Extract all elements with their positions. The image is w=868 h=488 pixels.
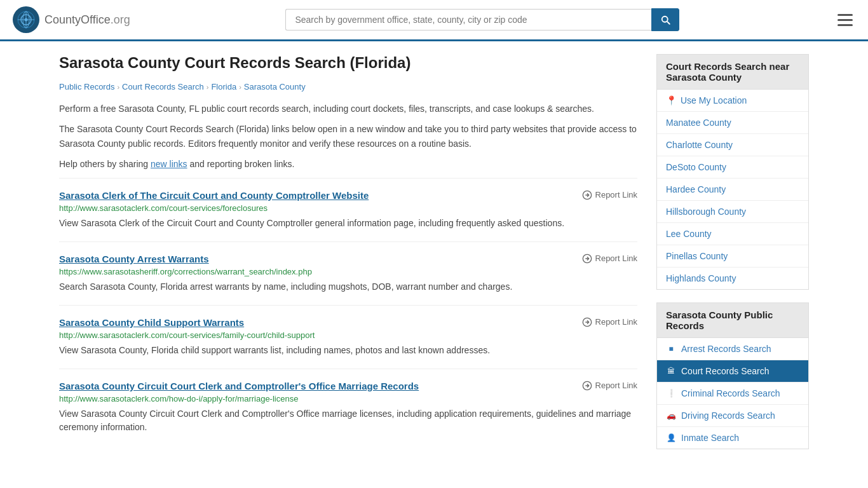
results-list: Sarasota Clerk of The Circuit Court and …: [59, 178, 637, 445]
result-item: Sarasota County Circuit Court Clerk and …: [59, 369, 637, 445]
new-links-link[interactable]: new links: [151, 159, 187, 169]
content-area: Sarasota County Court Records Search (Fl…: [59, 54, 637, 462]
result-url-3: http://www.sarasotaclerk.com/court-servi…: [59, 330, 637, 340]
breadcrumb-court-records[interactable]: Court Records Search: [122, 82, 204, 92]
list-item[interactable]: Hillsborough County: [657, 201, 808, 223]
result-item: Sarasota County Arrest Warrants Report L…: [59, 241, 637, 305]
sidebar: Court Records Search near Sarasota Count…: [656, 54, 809, 462]
svg-point-5: [25, 18, 28, 22]
use-location-link[interactable]: 📍 Use My Location: [657, 90, 808, 111]
search-icon: [660, 14, 671, 25]
pin-icon: 📍: [666, 95, 677, 105]
report-link-4[interactable]: Report Link: [582, 381, 637, 391]
search-area: [285, 8, 679, 31]
menu-button[interactable]: [835, 11, 855, 29]
public-records-title: Sarasota County Public Records: [657, 303, 808, 338]
list-item[interactable]: Highlands County: [657, 268, 808, 289]
result-title-3[interactable]: Sarasota County Child Support Warrants: [59, 317, 244, 328]
list-item[interactable]: Manatee County: [657, 112, 808, 134]
list-item[interactable]: Hardee County: [657, 179, 808, 201]
breadcrumb-florida[interactable]: Florida: [211, 82, 236, 92]
inmate-icon: 👤: [666, 433, 676, 443]
list-item[interactable]: Lee County: [657, 223, 808, 245]
nearby-title: Court Records Search near Sarasota Count…: [657, 55, 808, 90]
public-records-list: ■ Arrest Records Search 🏛 Court Records …: [657, 338, 808, 449]
list-item[interactable]: Pinellas County: [657, 245, 808, 268]
logo-icon: [13, 6, 39, 33]
report-link-3[interactable]: Report Link: [582, 317, 637, 327]
arrest-icon: ■: [666, 344, 676, 354]
result-desc-4: View Sarasota County Circuit Court Clerk…: [59, 407, 637, 434]
breadcrumb: Public Records › Court Records Search › …: [59, 82, 637, 92]
county-link-hardee[interactable]: Hardee County: [657, 179, 808, 200]
result-title-1[interactable]: Sarasota Clerk of The Circuit Court and …: [59, 190, 369, 201]
county-link-charlotte[interactable]: Charlotte County: [657, 134, 808, 156]
report-icon: [582, 381, 592, 391]
county-link-lee[interactable]: Lee County: [657, 223, 808, 245]
report-icon: [582, 317, 592, 327]
breadcrumb-public-records[interactable]: Public Records: [59, 82, 114, 92]
search-input[interactable]: [285, 9, 651, 30]
driving-icon: 🚗: [666, 410, 676, 421]
result-desc-1: View Sarasota Clerk of the Circuit Court…: [59, 217, 637, 230]
arrest-records-link[interactable]: ■ Arrest Records Search: [657, 338, 808, 360]
breadcrumb-sarasota-county[interactable]: Sarasota County: [244, 82, 306, 92]
pub-rec-item-arrest[interactable]: ■ Arrest Records Search: [657, 338, 808, 360]
pub-rec-item-inmate[interactable]: 👤 Inmate Search: [657, 427, 808, 449]
hamburger-line: [837, 24, 853, 26]
county-link-pinellas[interactable]: Pinellas County: [657, 245, 808, 267]
criminal-icon: ❕: [666, 388, 676, 398]
result-item: Sarasota County Child Support Warrants R…: [59, 305, 637, 369]
description-1: Perform a free Sarasota County, FL publi…: [59, 102, 637, 116]
list-item[interactable]: Charlotte County: [657, 134, 808, 156]
pub-rec-item-driving[interactable]: 🚗 Driving Records Search: [657, 405, 808, 427]
result-item: Sarasota Clerk of The Circuit Court and …: [59, 178, 637, 241]
list-item[interactable]: DeSoto County: [657, 156, 808, 179]
hamburger-line: [837, 19, 853, 21]
hamburger-line: [837, 14, 853, 16]
nearby-list: 📍 Use My Location Manatee County Charlot…: [657, 90, 808, 289]
description-2: The Sarasota County Court Records Search…: [59, 122, 637, 151]
inmate-search-link[interactable]: 👤 Inmate Search: [657, 427, 808, 449]
result-desc-2: Search Sarasota County, Florida arrest w…: [59, 280, 637, 294]
nearby-box: Court Records Search near Sarasota Count…: [656, 54, 809, 290]
main-container: Sarasota County Court Records Search (Fl…: [46, 41, 822, 475]
description-3: Help others by sharing new links and rep…: [59, 157, 637, 171]
result-url-2: https://www.sarasotasheriff.org/correcti…: [59, 267, 637, 276]
result-url-4: http://www.sarasotaclerk.com/how-do-i/ap…: [59, 394, 637, 403]
result-url-1: http://www.sarasotaclerk.com/court-servi…: [59, 203, 637, 213]
criminal-records-link[interactable]: ❕ Criminal Records Search: [657, 383, 808, 404]
result-title-4[interactable]: Sarasota County Circuit Court Clerk and …: [59, 381, 419, 391]
search-button[interactable]: [651, 8, 679, 31]
page-title: Sarasota County Court Records Search (Fl…: [59, 54, 637, 72]
report-link-1[interactable]: Report Link: [582, 190, 637, 200]
pub-rec-item-criminal[interactable]: ❕ Criminal Records Search: [657, 383, 808, 405]
public-records-box: Sarasota County Public Records ■ Arrest …: [656, 302, 809, 449]
report-icon: [582, 254, 592, 264]
use-location-item[interactable]: 📍 Use My Location: [657, 90, 808, 112]
logo-text: CountyOffice.org: [44, 13, 130, 27]
driving-records-link[interactable]: 🚗 Driving Records Search: [657, 405, 808, 426]
pub-rec-item-court[interactable]: 🏛 Court Records Search: [657, 360, 808, 383]
county-link-desoto[interactable]: DeSoto County: [657, 156, 808, 178]
site-header: CountyOffice.org: [0, 0, 868, 41]
court-records-link[interactable]: 🏛 Court Records Search: [657, 360, 808, 382]
logo-area: CountyOffice.org: [13, 6, 130, 33]
result-title-2[interactable]: Sarasota County Arrest Warrants: [59, 254, 209, 264]
county-link-highlands[interactable]: Highlands County: [657, 268, 808, 289]
report-icon: [582, 190, 592, 200]
county-link-manatee[interactable]: Manatee County: [657, 112, 808, 133]
report-link-2[interactable]: Report Link: [582, 254, 637, 264]
result-desc-3: View Sarasota County, Florida child supp…: [59, 344, 637, 357]
court-icon: 🏛: [666, 366, 676, 376]
county-link-hillsborough[interactable]: Hillsborough County: [657, 201, 808, 222]
